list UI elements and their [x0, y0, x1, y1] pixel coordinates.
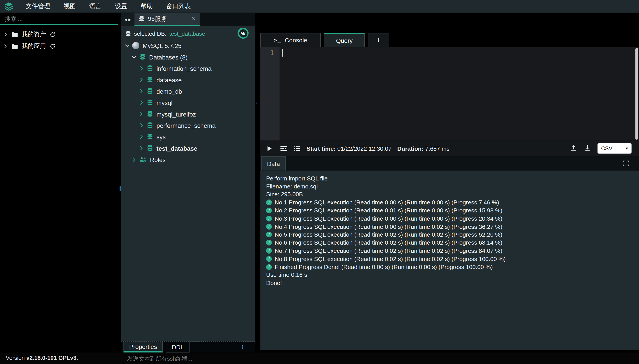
tree-node-database[interactable]: performance_schema — [121, 120, 255, 131]
panel-resize-handle[interactable]: ↔ — [253, 100, 258, 105]
new-tab-button[interactable]: + — [368, 33, 389, 47]
output-line: Filename: demo.sql — [266, 182, 639, 190]
chevron-right-icon — [3, 32, 8, 36]
info-icon: i — [266, 208, 272, 214]
tab-properties[interactable]: Properties — [124, 342, 163, 353]
status-bar: Version v2.18.0-101 GPLv3. — [0, 352, 639, 364]
database-icon — [147, 76, 153, 83]
tree-node-database[interactable]: sys — [121, 131, 255, 142]
menu-item-window-list[interactable]: 窗口列表 — [166, 2, 191, 10]
duration-value: 7.687 ms — [425, 145, 450, 152]
run-query-icon[interactable] — [266, 145, 273, 152]
refresh-icon[interactable] — [50, 43, 56, 49]
menubar: 文件管理 视图 语言 设置 帮助 窗口列表 — [0, 0, 639, 13]
folder-icon — [11, 31, 18, 38]
tree-node-label: demo_db — [156, 88, 182, 94]
tree-node-label: mysql — [156, 99, 172, 106]
database-icon — [147, 100, 153, 106]
sidebar-resize-handle[interactable]: ∥ — [119, 185, 122, 192]
sidebar-item-my-apps[interactable]: 我的应用 — [0, 40, 121, 52]
output-line: iNo.7 Progress SQL execution (Read time … — [266, 247, 639, 255]
editor-code-area[interactable] — [279, 47, 639, 140]
menu-item-language[interactable]: 语言 — [89, 2, 102, 10]
app-window: 文件管理 视图 语言 设置 帮助 窗口列表 我的资产 我的应用 — [0, 0, 639, 364]
chevron-right-icon — [132, 157, 136, 162]
tree-node-database[interactable]: dataease — [121, 74, 255, 86]
tab-nav-arrows[interactable]: ◀ ▶ — [121, 13, 135, 26]
output-line: Size: 295.00B — [266, 190, 639, 198]
sidebar-item-my-assets[interactable]: 我的资产 — [0, 28, 121, 40]
tree-node-label: sys — [156, 134, 166, 140]
query-tabbar: >_ Console Query + — [260, 33, 639, 47]
close-icon[interactable]: × — [192, 16, 195, 22]
result-list-icon[interactable] — [294, 145, 301, 152]
database-icon — [139, 54, 146, 60]
tab-data[interactable]: Data — [261, 156, 286, 170]
query-panel: >_ Console Query + 1 Start ti — [260, 33, 639, 350]
tab-console[interactable]: >_ Console — [260, 33, 321, 47]
tree-node-database[interactable]: information_schema — [121, 62, 255, 74]
menu-item-settings[interactable]: 设置 — [115, 2, 127, 10]
tree-node-label: test_database — [156, 145, 197, 152]
chevron-right-icon — [139, 77, 144, 82]
tree-node-label: dataease — [156, 76, 182, 83]
info-icon: i — [266, 256, 272, 262]
start-time-label: Start time: — [306, 145, 336, 152]
export-format-select[interactable]: CSV ▾ — [597, 143, 632, 154]
menu-item-file-manager[interactable]: 文件管理 — [26, 2, 50, 10]
users-icon — [139, 157, 147, 162]
tab-ddl[interactable]: DDL — [166, 342, 189, 353]
output-line: iFinished Progress Done! (Read time 0.00… — [266, 263, 639, 271]
output-line: Use time 0.16 s — [266, 271, 639, 279]
explain-plan-icon[interactable] — [280, 145, 287, 152]
chevron-right-icon — [3, 44, 8, 48]
database-icon — [147, 122, 153, 128]
ssh-broadcast-input[interactable] — [126, 353, 536, 364]
tree-node-server[interactable]: MySQL 5.7.25 — [121, 40, 255, 51]
mysql-icon — [132, 42, 139, 49]
chevron-right-icon — [139, 123, 144, 128]
menu-item-view[interactable]: 视图 — [64, 2, 76, 10]
tab-label: Query — [336, 37, 353, 44]
tree-node-database[interactable]: mysql — [121, 97, 255, 108]
tab-query[interactable]: Query — [324, 33, 365, 47]
tree-node-databases[interactable]: Databases (8) — [121, 51, 255, 62]
connection-panel: ◀ ▶ 95服务 × selected DB: test_database AB — [121, 13, 255, 353]
chevron-right-icon — [139, 100, 144, 105]
query-toolbar: Start time: 01/22/2022 12:30:07 Duration… — [260, 140, 639, 156]
tree-node-database[interactable]: mysql_tureifoz — [121, 108, 255, 120]
resize-vertical-icon[interactable]: ↕ — [241, 343, 244, 350]
database-icon — [125, 31, 131, 37]
tree-node-label: mysql_tureifoz — [156, 110, 196, 118]
menu-item-help[interactable]: 帮助 — [141, 2, 153, 10]
sidebar-item-label: 我的应用 — [22, 42, 46, 50]
plus-icon: + — [377, 36, 381, 44]
chevron-right-icon — [139, 112, 144, 116]
tree-node-label: information_schema — [156, 65, 211, 72]
refresh-icon[interactable] — [50, 32, 56, 37]
export-icon[interactable] — [584, 145, 591, 152]
tree-node-roles[interactable]: Roles — [121, 154, 255, 165]
sql-editor: 1 — [260, 47, 639, 140]
search-input[interactable] — [0, 14, 118, 25]
start-time-value: 01/22/2022 12:30:07 — [337, 145, 392, 152]
version-text: Version v2.18.0-101 GPLv3. — [6, 355, 78, 361]
fullscreen-icon[interactable] — [623, 160, 629, 167]
database-icon — [147, 88, 153, 94]
connection-toggle[interactable]: AB — [237, 28, 249, 39]
editor-scrollbar[interactable] — [635, 48, 638, 140]
tab-scroll-left-icon[interactable]: ◀ — [124, 17, 127, 21]
chevron-down-icon — [132, 54, 136, 60]
server-tab[interactable]: 95服务 × — [134, 13, 199, 26]
tree-node-database-selected[interactable]: test_database — [121, 142, 255, 154]
output-line: iNo.4 Progress SQL execution (Read time … — [266, 222, 639, 230]
connection-badge: AB — [239, 29, 247, 37]
database-icon — [139, 16, 145, 22]
tab-scroll-right-icon[interactable]: ▶ — [128, 17, 131, 21]
selected-db-link[interactable]: test_database — [169, 31, 205, 37]
chevron-right-icon — [139, 146, 144, 151]
import-icon[interactable] — [570, 145, 577, 152]
tab-label: Console — [285, 36, 307, 44]
export-format-value: CSV — [601, 146, 612, 152]
tree-node-database[interactable]: demo_db — [121, 86, 255, 97]
